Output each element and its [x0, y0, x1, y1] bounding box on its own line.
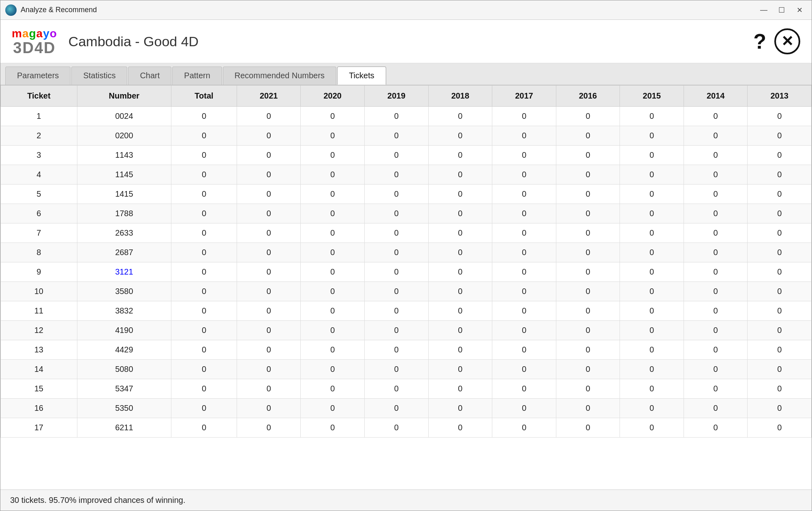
cell-y2014: 0: [684, 399, 748, 418]
tickets-table: TicketNumberTotal20212020201920182017201…: [0, 85, 812, 438]
cell-y2018: 0: [428, 399, 492, 418]
cell-ticket: 9: [1, 262, 77, 282]
help-button[interactable]: ?: [753, 31, 766, 52]
cell-y2019: 0: [365, 360, 429, 379]
cell-y2020: 0: [301, 262, 365, 282]
tabs-bar: ParametersStatisticsChartPatternRecommen…: [0, 63, 812, 85]
tab-parameters[interactable]: Parameters: [5, 67, 71, 85]
cell-total: 0: [171, 126, 237, 146]
table-row[interactable]: 1553470000000000: [1, 379, 812, 399]
col-header-total: Total: [171, 86, 237, 107]
cell-y2018: 0: [428, 321, 492, 340]
cell-y2021: 0: [237, 146, 301, 165]
tab-statistics[interactable]: Statistics: [71, 67, 127, 85]
cell-y2018: 0: [428, 243, 492, 262]
table-row[interactable]: 1138320000000000: [1, 301, 812, 321]
cell-y2021: 0: [237, 126, 301, 146]
cell-y2020: 0: [301, 282, 365, 301]
cell-y2018: 0: [428, 126, 492, 146]
cell-y2014: 0: [684, 282, 748, 301]
cell-y2015: 0: [620, 185, 684, 204]
table-row[interactable]: 1344290000000000: [1, 340, 812, 360]
cell-y2020: 0: [301, 360, 365, 379]
table-row[interactable]: 100240000000000: [1, 107, 812, 126]
cell-total: 0: [171, 146, 237, 165]
table-row[interactable]: 1653500000000000: [1, 399, 812, 418]
cell-y2019: 0: [365, 223, 429, 243]
cell-y2015: 0: [620, 321, 684, 340]
col-header-2014: 2014: [684, 86, 748, 107]
cell-y2021: 0: [237, 107, 301, 126]
table-row[interactable]: 202000000000000: [1, 126, 812, 146]
cell-y2015: 0: [620, 418, 684, 438]
cell-y2018: 0: [428, 301, 492, 321]
cell-total: 0: [171, 399, 237, 418]
cell-ticket: 16: [1, 399, 77, 418]
table-row[interactable]: 311430000000000: [1, 146, 812, 165]
cell-number: 0024: [77, 107, 171, 126]
tab-tickets[interactable]: Tickets: [337, 67, 386, 85]
cell-y2020: 0: [301, 301, 365, 321]
tab-pattern[interactable]: Pattern: [172, 67, 222, 85]
cell-y2020: 0: [301, 107, 365, 126]
table-row[interactable]: 1450800000000000: [1, 360, 812, 379]
cell-y2014: 0: [684, 262, 748, 282]
cell-y2017: 0: [492, 243, 556, 262]
table-row[interactable]: 931210000000000: [1, 262, 812, 282]
cell-y2021: 0: [237, 262, 301, 282]
cell-y2017: 0: [492, 165, 556, 185]
cell-ticket: 5: [1, 185, 77, 204]
close-button[interactable]: ✕: [774, 28, 800, 54]
cell-y2017: 0: [492, 321, 556, 340]
table-row[interactable]: 1762110000000000: [1, 418, 812, 438]
cell-y2017: 0: [492, 126, 556, 146]
maximize-button[interactable]: ☐: [774, 3, 789, 17]
cell-y2020: 0: [301, 321, 365, 340]
table-row[interactable]: 1035800000000000: [1, 282, 812, 301]
tab-recommended[interactable]: Recommended Numbers: [223, 67, 336, 85]
cell-y2020: 0: [301, 146, 365, 165]
cell-y2016: 0: [556, 321, 620, 340]
cell-number: 4429: [77, 340, 171, 360]
col-header-2021: 2021: [237, 86, 301, 107]
cell-y2018: 0: [428, 262, 492, 282]
table-row[interactable]: 826870000000000: [1, 243, 812, 262]
cell-y2014: 0: [684, 204, 748, 223]
cell-y2018: 0: [428, 418, 492, 438]
logo-3d4d: 3D4D: [13, 40, 56, 56]
cell-y2020: 0: [301, 340, 365, 360]
cell-y2021: 0: [237, 185, 301, 204]
cell-y2015: 0: [620, 223, 684, 243]
cell-total: 0: [171, 321, 237, 340]
cell-y2021: 0: [237, 418, 301, 438]
table-row[interactable]: 726330000000000: [1, 223, 812, 243]
minimize-button[interactable]: —: [756, 3, 771, 17]
table-row[interactable]: 1241900000000000: [1, 321, 812, 340]
cell-y2015: 0: [620, 399, 684, 418]
cell-y2013: 0: [748, 185, 812, 204]
cell-y2021: 0: [237, 399, 301, 418]
cell-y2020: 0: [301, 418, 365, 438]
table-container[interactable]: TicketNumberTotal20212020201920182017201…: [0, 85, 812, 490]
cell-total: 0: [171, 204, 237, 223]
cell-y2015: 0: [620, 340, 684, 360]
titlebar-controls: — ☐ ✕: [756, 3, 807, 17]
cell-y2018: 0: [428, 223, 492, 243]
table-row[interactable]: 617880000000000: [1, 204, 812, 223]
table-row[interactable]: 514150000000000: [1, 185, 812, 204]
cell-y2017: 0: [492, 379, 556, 399]
cell-ticket: 6: [1, 204, 77, 223]
cell-y2017: 0: [492, 301, 556, 321]
cell-y2014: 0: [684, 126, 748, 146]
tab-chart[interactable]: Chart: [128, 67, 171, 85]
cell-y2020: 0: [301, 165, 365, 185]
cell-y2016: 0: [556, 223, 620, 243]
cell-y2013: 0: [748, 243, 812, 262]
cell-y2018: 0: [428, 204, 492, 223]
cell-number: 5080: [77, 360, 171, 379]
app-title: Cambodia - Good 4D: [68, 34, 753, 49]
titlebar-close-button[interactable]: ✕: [792, 3, 807, 17]
table-row[interactable]: 411450000000000: [1, 165, 812, 185]
cell-y2020: 0: [301, 379, 365, 399]
cell-y2014: 0: [684, 243, 748, 262]
